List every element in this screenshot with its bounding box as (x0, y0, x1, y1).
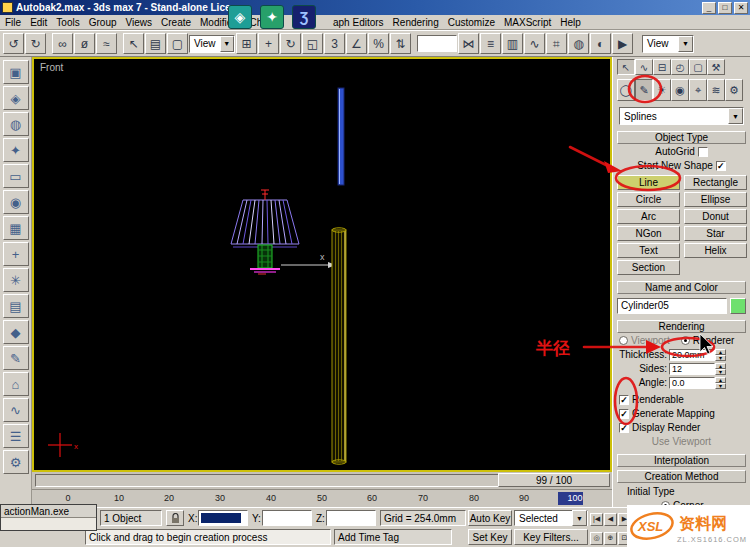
left-tool-5[interactable]: ▭ (3, 164, 29, 188)
chevron-down-icon[interactable]: ▼ (678, 36, 693, 52)
rectangle-button[interactable]: Rectangle (684, 175, 747, 190)
left-tool-4[interactable]: ✦ (3, 138, 29, 162)
tab-display[interactable]: ▢ (689, 59, 707, 75)
chevron-down-icon[interactable]: ▼ (728, 108, 743, 124)
ellipse-button[interactable]: Ellipse (684, 192, 747, 207)
left-tool-13[interactable]: ⌂ (3, 372, 29, 396)
select-move-icon[interactable]: + (258, 33, 279, 54)
curve-editor-icon[interactable]: ∿ (524, 33, 545, 54)
rollout-creation-method[interactable]: Creation Method (617, 470, 746, 483)
category-helpers[interactable]: ⌖ (689, 79, 707, 101)
chevron-down-icon[interactable]: ▼ (220, 36, 235, 52)
line-button[interactable]: Line (617, 175, 680, 190)
left-tool-7[interactable]: ▦ (3, 216, 29, 240)
spinner-down-icon[interactable]: ▾ (715, 355, 726, 361)
rollout-object-type[interactable]: Object Type (617, 131, 746, 144)
menu-views[interactable]: Views (125, 16, 154, 29)
category-systems[interactable]: ⚙ (725, 79, 743, 101)
rollout-rendering[interactable]: Rendering (617, 320, 746, 333)
material-editor-icon[interactable]: ◍ (568, 33, 589, 54)
circle-button[interactable]: Circle (617, 192, 680, 207)
renderer-radio[interactable] (681, 336, 690, 345)
spinner-snap-icon[interactable]: ⇅ (390, 33, 411, 54)
select-object-icon[interactable]: ↖ (123, 33, 144, 54)
menu-edit[interactable]: Edit (29, 16, 48, 29)
prev-key-icon[interactable]: ◀ (604, 513, 617, 526)
left-tool-6[interactable]: ◉ (3, 190, 29, 214)
angle-spinner[interactable]: ▴ ▾ (715, 377, 726, 389)
select-link-icon[interactable]: ∞ (52, 33, 73, 54)
left-tool-3[interactable]: ◍ (3, 112, 29, 136)
tray-icon-2[interactable]: ✦ (260, 5, 284, 29)
menu-file[interactable]: File (4, 16, 22, 29)
angle-field[interactable]: 0.0 (669, 377, 715, 389)
tab-utilities[interactable]: ⚒ (707, 59, 725, 75)
actionman-window[interactable]: actionMan.exe (0, 504, 97, 531)
menu-tools[interactable]: Tools (55, 16, 80, 29)
menu-maxscript[interactable]: MAXScript (503, 16, 552, 29)
left-tool-12[interactable]: ✎ (3, 346, 29, 370)
close-button[interactable]: ✕ (734, 2, 748, 14)
viewport-radio[interactable] (619, 336, 628, 345)
tab-hierarchy[interactable]: ⊟ (653, 59, 671, 75)
z-coordinate-field[interactable] (326, 510, 376, 526)
selection-lock-icon[interactable] (166, 510, 184, 526)
star-button[interactable]: Star (684, 226, 747, 241)
tab-modify[interactable]: ∿ (635, 59, 653, 75)
helix-button[interactable]: Helix (684, 243, 747, 258)
menu-rendering[interactable]: Rendering (392, 16, 440, 29)
renderable-checkbox[interactable]: ✓ (619, 395, 629, 405)
object-name-field[interactable]: Cylinder05 (617, 298, 727, 314)
menu-customize[interactable]: Customize (447, 16, 496, 29)
left-tool-9[interactable]: ✳ (3, 268, 29, 292)
quick-render-icon[interactable]: ▶ (612, 33, 633, 54)
arc-button[interactable]: Arc (617, 209, 680, 224)
redo-icon[interactable]: ↻ (25, 33, 46, 54)
render-view-dropdown[interactable]: View ▼ (642, 35, 694, 53)
viewport-label[interactable]: Front (40, 62, 63, 73)
menu-graph-editors[interactable]: aph Editors (332, 16, 385, 29)
minimize-button[interactable]: _ (702, 2, 716, 14)
cylinder-object[interactable] (332, 228, 346, 464)
lamp-shade-object[interactable] (231, 200, 299, 247)
layer-manager-icon[interactable]: ▥ (502, 33, 523, 54)
window-crossing-icon[interactable]: ⊞ (236, 33, 257, 54)
selection-filter-dropdown[interactable]: View ▼ (189, 35, 235, 53)
track-bar[interactable]: 0 10 20 30 40 50 60 70 80 90 100 (32, 489, 612, 507)
key-filters-button[interactable]: Key Filters... (514, 529, 588, 545)
selected-dropdown[interactable]: Selected ▼ (514, 510, 588, 526)
chevron-down-icon[interactable]: ▼ (572, 510, 587, 526)
named-selection-field[interactable] (417, 35, 457, 52)
left-tool-11[interactable]: ◆ (3, 320, 29, 344)
select-scale-icon[interactable]: ◱ (302, 33, 323, 54)
spinner-down-icon[interactable]: ▾ (715, 369, 726, 375)
go-start-icon[interactable]: |◀ (590, 513, 603, 526)
snap-toggle-3d-icon[interactable]: 3 (324, 33, 345, 54)
menu-help[interactable]: Help (559, 16, 582, 29)
set-key-button[interactable]: Set Key (468, 529, 512, 545)
sides-spinner[interactable]: ▴ ▾ (715, 363, 726, 375)
rollout-name-and-color[interactable]: Name and Color (617, 281, 746, 294)
ngon-button[interactable]: NGon (617, 226, 680, 241)
add-time-tag[interactable]: Add Time Tag (334, 529, 452, 545)
category-cameras[interactable]: ◉ (671, 79, 689, 101)
category-spacewarps[interactable]: ≋ (707, 79, 725, 101)
tab-create[interactable]: ↖ (617, 59, 635, 75)
category-lights[interactable]: ☀ (653, 79, 671, 101)
start-new-shape-checkbox[interactable]: ✓ (716, 161, 726, 171)
time-slider-handle[interactable]: 99 / 100 (498, 473, 610, 487)
menu-create[interactable]: Create (160, 16, 192, 29)
schematic-view-icon[interactable]: ⌗ (546, 33, 567, 54)
display-render-checkbox[interactable]: ✓ (619, 423, 629, 433)
left-tool-16[interactable]: ⚙ (3, 450, 29, 474)
generate-mapping-checkbox[interactable]: ✓ (619, 409, 629, 419)
shape-category-dropdown[interactable]: Splines ▼ (619, 107, 744, 125)
bind-spacewarp-icon[interactable]: ≈ (96, 33, 117, 54)
thickness-spinner[interactable]: ▴ ▾ (715, 349, 726, 361)
maximize-button[interactable]: □ (718, 2, 732, 14)
zoom-icon[interactable]: ◎ (590, 532, 603, 545)
render-scene-icon[interactable]: ◐ (590, 33, 611, 54)
y-coordinate-field[interactable] (262, 510, 312, 526)
blue-spline-object[interactable] (338, 88, 344, 185)
sides-field[interactable]: 12 (669, 363, 715, 375)
